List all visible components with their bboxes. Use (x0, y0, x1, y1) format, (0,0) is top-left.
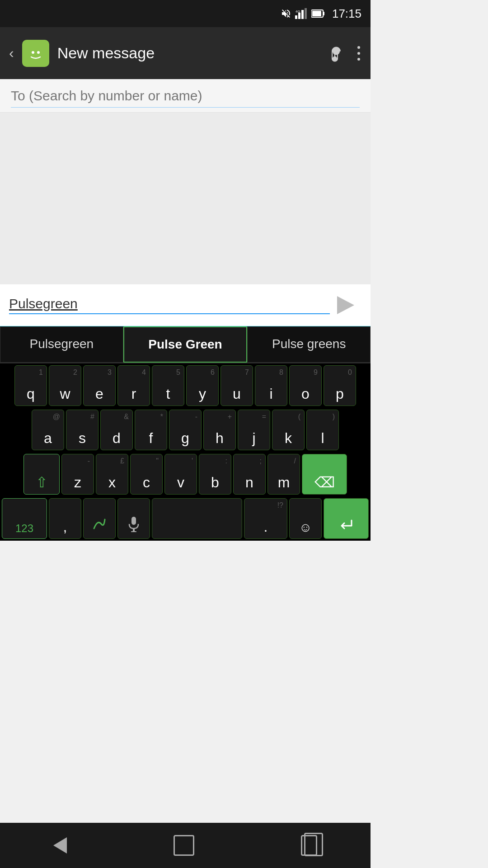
key-t[interactable]: 5t (152, 365, 184, 406)
nav-bar (0, 823, 371, 868)
mic-key[interactable] (117, 498, 150, 539)
status-icons: 4G 17:15 (281, 7, 361, 21)
key-a[interactable]: @a (32, 410, 64, 450)
nav-back-button[interactable] (53, 837, 67, 854)
svg-point-10 (37, 51, 40, 54)
svg-rect-2 (301, 10, 304, 19)
space-key[interactable] (152, 498, 242, 539)
key-l[interactable]: )l (306, 410, 339, 450)
battery-icon (311, 9, 325, 18)
key-f[interactable]: *f (135, 410, 167, 450)
svg-point-12 (357, 52, 360, 55)
message-area (0, 113, 371, 284)
svg-rect-15 (133, 528, 135, 531)
svg-rect-1 (298, 13, 300, 19)
svg-rect-16 (131, 531, 136, 532)
autocomplete-item-1[interactable]: Pulse Green (123, 326, 248, 363)
key-o[interactable]: 9o (289, 365, 322, 406)
key-y[interactable]: 6y (186, 365, 219, 406)
svg-point-9 (32, 51, 34, 54)
key-z[interactable]: -z (61, 454, 94, 495)
page-title: New message (57, 44, 318, 62)
app-bar: ‹ New message (0, 27, 371, 79)
key-c[interactable]: "c (130, 454, 163, 495)
key-q[interactable]: 1q (14, 365, 47, 406)
key-d[interactable]: &d (100, 410, 133, 450)
backspace-key[interactable]: ⌫ (302, 454, 347, 495)
status-time: 17:15 (332, 7, 361, 21)
compose-area (0, 284, 371, 326)
status-bar: 4G 17:15 (0, 0, 371, 27)
svg-point-13 (357, 58, 360, 61)
key-v[interactable]: 'v (164, 454, 197, 495)
keyboard-row-1: 1q 2w 3e 4r 5t 6y 7u 8i 9o 0p (0, 363, 371, 408)
key-j[interactable]: =j (238, 410, 270, 450)
svg-rect-6 (312, 11, 321, 16)
nav-recent-icon (301, 835, 317, 856)
keyboard: 1q 2w 3e 4r 5t 6y 7u 8i 9o 0p @a #s &d *… (0, 363, 371, 541)
key-r[interactable]: 4r (117, 365, 150, 406)
nav-home-icon (174, 835, 194, 856)
svg-rect-7 (323, 12, 324, 15)
send-button[interactable] (330, 292, 361, 319)
key-m[interactable]: /m (267, 454, 300, 495)
key-g[interactable]: -g (169, 410, 202, 450)
swiftkey-icon[interactable] (83, 498, 116, 539)
key-u[interactable]: 7u (221, 365, 253, 406)
autocomplete-bar: Pulsegreen Pulse Green Pulse greens (0, 326, 371, 363)
mute-icon (281, 8, 291, 19)
key-n[interactable]: ;n (233, 454, 266, 495)
app-logo (22, 40, 49, 67)
svg-rect-3 (305, 8, 307, 19)
more-options-icon[interactable] (356, 45, 361, 62)
svg-rect-14 (131, 517, 136, 525)
key-k[interactable]: (k (272, 410, 305, 450)
keyboard-row-3: ⇧ -z £x "c 'v :b ;n /m ⌫ (0, 452, 371, 496)
key-w[interactable]: 2w (49, 365, 81, 406)
num-key[interactable]: 123 (2, 498, 47, 539)
svg-point-11 (357, 46, 360, 49)
period-key[interactable]: !? . (244, 498, 287, 539)
keyboard-row-2: @a #s &d *f -g +h =j (k )l (0, 408, 371, 452)
key-x[interactable]: £x (96, 454, 128, 495)
signal-icon: 4G (295, 8, 308, 19)
svg-text:4G: 4G (296, 9, 300, 14)
autocomplete-item-0[interactable]: Pulsegreen (0, 326, 123, 363)
key-h[interactable]: +h (203, 410, 236, 450)
nav-home-button[interactable] (174, 835, 194, 856)
nav-back-icon (53, 837, 67, 854)
autocomplete-item-2[interactable]: Pulse greens (247, 326, 371, 363)
key-b[interactable]: :b (199, 454, 231, 495)
keyboard-row-4: 123 , !? . ☺ (0, 496, 371, 541)
shift-key[interactable]: ⇧ (23, 454, 60, 495)
enter-key[interactable] (324, 498, 369, 539)
svg-rect-0 (295, 15, 297, 19)
key-i[interactable]: 8i (255, 365, 287, 406)
send-arrow-icon (337, 296, 354, 314)
emoji-key[interactable]: ☺ (289, 498, 322, 539)
back-button[interactable]: ‹ (9, 45, 14, 61)
key-s[interactable]: #s (66, 410, 99, 450)
toolbar-icons (326, 45, 361, 62)
svg-rect-8 (27, 44, 45, 62)
attach-icon[interactable] (326, 45, 343, 62)
comma-key[interactable]: , (49, 498, 81, 539)
key-p[interactable]: 0p (324, 365, 356, 406)
key-e[interactable]: 3e (83, 365, 116, 406)
compose-input[interactable] (9, 296, 330, 314)
to-field-container (0, 79, 371, 113)
to-input[interactable] (11, 88, 360, 108)
nav-recent-button[interactable] (301, 835, 317, 856)
